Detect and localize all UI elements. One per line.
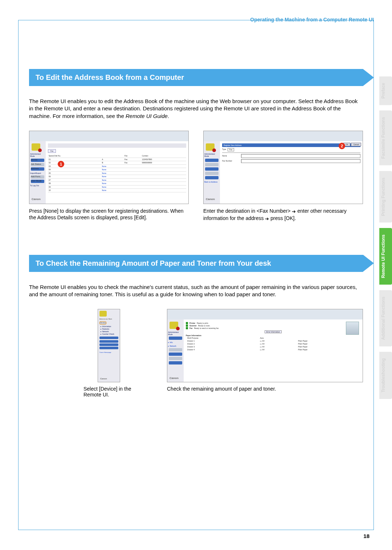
screenshot-register-address: Administrator Mode Back to Address Regis… — [203, 131, 363, 204]
sidebar-address[interactable]: Address — [31, 167, 44, 171]
sidebar-addfunc[interactable]: Add Func. — [31, 175, 44, 179]
section2-left-caption: Select [Device] in the Remote UI. — [83, 386, 142, 398]
section1-body-b: . — [168, 113, 169, 119]
callout-1-icon: 1 — [58, 161, 64, 167]
section2-right-caption: Check the remaining amount of paper and … — [167, 386, 363, 392]
callout-2-icon: 2 — [339, 143, 345, 149]
screenshot-device-menu: Administrator Mode Device ▸ Information … — [98, 309, 120, 382]
brand-canon: Canon — [100, 378, 107, 380]
remote-ui-logo-icon — [170, 322, 178, 329]
sidebar-link-import[interactable]: Import/Export — [30, 172, 45, 175]
tab-facsimile[interactable]: Facsimile Functions — [379, 110, 392, 165]
brand-canon: Canon — [206, 197, 215, 201]
sidebar-usermode[interactable] — [169, 361, 182, 364]
side-tab-bar: Preface Facsimile Functions Printing Fun… — [379, 76, 392, 399]
sidebar-usermode[interactable] — [205, 176, 219, 179]
sidebar-device[interactable]: Device — [31, 159, 44, 162]
error-info-button[interactable]: Error Information — [265, 330, 282, 333]
tab-troubleshooting[interactable]: Troubleshooting — [379, 352, 392, 399]
paper-info-title: Paper Information — [186, 334, 201, 337]
sidebar-usermode[interactable]: User Mode — [31, 180, 44, 183]
section1-title: To Edit the Address Book from a Computer — [29, 69, 363, 86]
sidebar-link-logout[interactable]: To Log Out — [30, 184, 45, 187]
name-input[interactable] — [241, 154, 360, 158]
section2-title: To Check the Remaining Amount of Paper a… — [29, 255, 363, 272]
menu-usermode[interactable] — [99, 347, 118, 349]
section1-body: The Remote UI enables you to edit the Ad… — [29, 98, 363, 120]
screenshot-device-status: Administrator Mode ▸ Info ▸ Network Prin… — [167, 309, 363, 382]
section1-right-caption: Enter the destination in <Fax Number> ➔ … — [203, 208, 363, 222]
tab-remote-ui[interactable]: Remote UI Functions — [379, 228, 392, 285]
sidebar-jobstatus[interactable] — [169, 348, 182, 351]
section2-body: The Remote UI enables you to check the m… — [29, 284, 363, 298]
menu-features[interactable]: ▸ Features — [101, 328, 109, 330]
menu-jobstatus[interactable] — [99, 337, 118, 339]
copier-icon — [346, 322, 359, 335]
device-button-highlighted[interactable]: Device — [99, 321, 106, 325]
admin-mode-label: Administrator Mode — [30, 153, 45, 158]
arrow-icon: ➔ — [292, 209, 296, 215]
section1-body-a: The Remote UI enables you to edit the Ad… — [29, 98, 358, 119]
admin-mode-label: Administrator Mode — [204, 153, 219, 158]
menu-counter[interactable]: ▸ Counter Check — [101, 333, 114, 335]
brand-canon: Canon — [32, 197, 41, 201]
sidebar-jobstatus[interactable] — [205, 163, 219, 166]
cancel-button[interactable]: Cancel — [351, 143, 361, 147]
canon-homepage-link[interactable]: Canon Homepage — [99, 351, 118, 354]
brand-canon: Canon — [170, 376, 179, 380]
menu-address[interactable] — [99, 340, 118, 343]
menu-network[interactable]: ▸ Network — [101, 330, 109, 333]
sidebar-jobstatus[interactable]: Job Status — [31, 163, 44, 166]
menu-addfunc[interactable] — [99, 343, 118, 346]
admin-mode-label: Administrator Mode — [168, 331, 183, 335]
address-table: Speed Dial No.FaxContact 01AFax123456789… — [48, 154, 186, 192]
sidebar-addfunc[interactable] — [169, 357, 182, 360]
fax-number-input[interactable] — [241, 159, 360, 163]
sidebar-address[interactable] — [205, 167, 219, 171]
tab-printing[interactable]: Printing Functions — [379, 171, 392, 223]
paper-table: Multi PurposeAuto Drawer 1▭ A4Plain Pape… — [186, 337, 360, 351]
section1-body-em: Remote UI Guide — [126, 113, 168, 119]
page-number: 18 — [363, 533, 369, 539]
remote-ui-logo-icon — [99, 311, 107, 317]
menu-information[interactable]: ▸ Information — [101, 325, 111, 327]
sidebar-address[interactable] — [169, 353, 182, 356]
sidebar-device[interactable] — [169, 337, 182, 340]
back-link[interactable]: Back to Address — [204, 181, 219, 183]
screenshot-address-book: Administrator Mode Device Job Status Add… — [29, 131, 189, 204]
ab-tab[interactable]: Fax — [48, 149, 56, 153]
sidebar-device[interactable] — [205, 159, 219, 162]
arrow-icon: ➔ — [265, 216, 269, 222]
tab-preface[interactable]: Preface — [379, 76, 392, 105]
remote-ui-logo-icon — [32, 143, 40, 151]
admin-mode-label: Administrator Mode — [99, 318, 118, 320]
section1-left-caption: Press [None] to display the screen for r… — [29, 208, 189, 221]
sidebar-addfunc[interactable] — [205, 172, 219, 175]
tab-additional[interactable]: Additional Functions — [379, 290, 392, 346]
remote-ui-logo-icon — [206, 143, 215, 151]
